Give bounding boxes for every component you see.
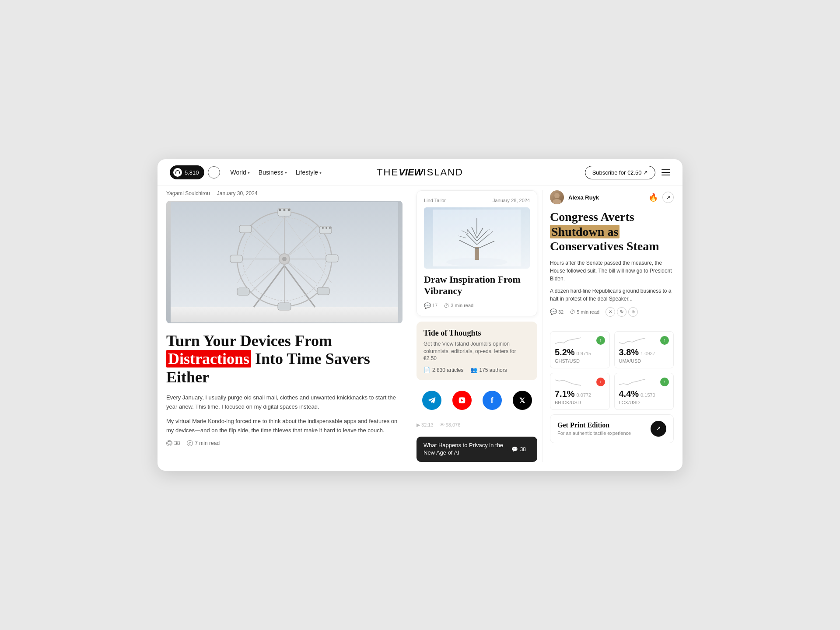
comment-icon: 💬 xyxy=(550,308,557,315)
clock-icon: ⏱ xyxy=(187,440,193,446)
document-icon: 📄 xyxy=(424,367,430,373)
crypto-pair-uma: UMA/USD xyxy=(619,358,669,364)
reaction-share-icon[interactable]: ↻ xyxy=(617,307,626,317)
card-article: Lind Tailor January 28, 2024 xyxy=(416,190,537,316)
svg-point-19 xyxy=(288,209,290,211)
right-readtime-stat: ⏱ 5 min read xyxy=(570,308,599,315)
article-meta: Yagami Souichirou January 30, 2024 xyxy=(166,190,402,196)
tides-authors-count: 175 authors xyxy=(479,367,507,373)
tides-desc: Get the View Island Journal's opinion co… xyxy=(424,340,530,362)
nav-lifestyle-label: Lifestyle xyxy=(296,169,318,176)
hamburger-line xyxy=(662,169,670,170)
clock-icon: ⏱ xyxy=(570,308,575,315)
svg-rect-29 xyxy=(239,225,252,233)
up-arrow-icon: ↑ xyxy=(660,378,669,386)
main-article: Yagami Souichirou January 30, 2024 xyxy=(166,190,411,462)
telegram-icon[interactable] xyxy=(422,391,441,410)
share-icon[interactable]: ↗ xyxy=(662,192,674,203)
comment-badge: 💬 38 xyxy=(507,444,530,454)
comment-stat: 💬 38 xyxy=(166,440,180,446)
crypto-pair-brick: BRICK/USD xyxy=(555,400,605,405)
nav-lifestyle[interactable]: Lifestyle ▾ xyxy=(296,169,322,176)
crypto-card-uma[interactable]: ↑ 3.8% 1.0937 UMA/USD xyxy=(614,331,674,368)
nav-world-label: World xyxy=(231,169,246,176)
crypto-sub-ghst: 0.9715 xyxy=(577,351,592,356)
nav-business[interactable]: Business ▾ xyxy=(259,169,287,176)
video-views: 👁 98,076 xyxy=(440,422,461,428)
x-twitter-icon[interactable]: 𝕏 xyxy=(513,391,532,410)
article-author: Yagami Souichirou xyxy=(166,190,210,196)
ferris-wheel-svg xyxy=(171,202,398,322)
hero-image xyxy=(166,201,402,323)
print-title: Get Print Edition xyxy=(557,421,631,429)
crypto-pct-brick: 7.1% xyxy=(555,389,575,399)
article-title-highlight: Distractions xyxy=(166,350,251,368)
crypto-card-lcx[interactable]: ↑ 4.4% 0.1570 LCX/USD xyxy=(614,373,674,410)
reaction-icons: ✕ ↻ ⊕ xyxy=(606,307,638,317)
youtube-icon[interactable] xyxy=(452,391,472,410)
read-time-stat: ⏱ 7 min read xyxy=(187,440,220,446)
svg-point-18 xyxy=(284,209,286,211)
card-readtime: 3 min read xyxy=(451,303,473,308)
chevron-down-icon: ▾ xyxy=(319,170,322,175)
article-title-part1: Turn Your Devices From xyxy=(166,332,332,350)
play-button[interactable]: ▶ xyxy=(208,166,220,178)
svg-rect-24 xyxy=(326,255,338,262)
right-author-name: Alexa Ruyk xyxy=(568,194,644,201)
card-author: Lind Tailor xyxy=(424,198,446,203)
card-footer: 💬 17 ⏱ 3 min read xyxy=(424,302,530,309)
tides-card: Tide of Thoughts Get the View Island Jou… xyxy=(416,322,537,380)
author-avatar xyxy=(550,190,564,204)
reaction-add-icon[interactable]: ⊕ xyxy=(628,307,638,317)
bottom-bar-right: 💬 38 xyxy=(507,444,530,454)
sparkline-lcx xyxy=(619,378,645,387)
subscribe-label: Subscribe for €2.50 ↗ xyxy=(592,169,648,176)
sparkline-brick xyxy=(555,378,581,387)
video-duration: ▶ 32:13 xyxy=(416,422,434,428)
subscribe-button[interactable]: Subscribe for €2.50 ↗ xyxy=(585,166,655,179)
reaction-x-icon[interactable]: ✕ xyxy=(606,307,615,317)
sparkline-ghst xyxy=(555,336,581,346)
facebook-icon[interactable]: f xyxy=(483,391,502,410)
svg-point-47 xyxy=(554,193,560,198)
svg-point-22 xyxy=(326,227,327,229)
card-date: January 28, 2024 xyxy=(493,198,530,203)
header-left: 5,810 ▶ xyxy=(170,165,220,179)
article-footer: 💬 38 ⏱ 7 min read xyxy=(166,440,402,446)
print-link-button[interactable]: ↗ xyxy=(651,421,666,437)
right-title-highlight: Shutdown as xyxy=(550,225,620,238)
comment-icon: 💬 xyxy=(166,440,172,446)
right-comment-stat: 💬 32 xyxy=(550,308,564,315)
crypto-sub-lcx: 0.1570 xyxy=(640,392,655,398)
nav-world[interactable]: World ▾ xyxy=(231,169,250,176)
hamburger-menu[interactable] xyxy=(662,169,670,175)
chevron-down-icon: ▾ xyxy=(285,170,287,175)
trending-fire-icon: 🔥 xyxy=(648,192,658,202)
right-body-1: Hours after the Senate passed the measur… xyxy=(550,259,674,283)
crypto-card-brick[interactable]: ↓ 7.1% 0.0772 BRICK/USD xyxy=(550,373,610,410)
mid-column: Lind Tailor January 28, 2024 xyxy=(411,190,542,462)
nav-business-label: Business xyxy=(259,169,284,176)
crypto-pct-ghst: 5.2% xyxy=(555,347,575,357)
crypto-card-ghst[interactable]: ↑ 5.2% 0.9715 GHST/USD xyxy=(550,331,610,368)
article-body-2: My virtual Marie Kondo-ing forced me to … xyxy=(166,417,402,435)
card-title: Draw Inspiration From Vibrancy xyxy=(424,274,530,297)
right-comments: 32 xyxy=(558,309,564,315)
podcast-badge[interactable]: 5,810 xyxy=(170,165,204,179)
sparkline-uma xyxy=(619,336,645,346)
right-body-2: A dozen hard-line Republicans ground bus… xyxy=(550,287,674,303)
print-subtitle: For an authentic tactile experience xyxy=(557,430,631,436)
chevron-down-icon: ▾ xyxy=(248,170,250,175)
print-edition-card[interactable]: Get Print Edition For an authentic tacti… xyxy=(550,414,674,443)
up-arrow-icon: ↑ xyxy=(660,336,669,345)
right-readtime: 5 min read xyxy=(577,309,599,315)
crypto-pct-uma: 3.8% xyxy=(619,347,639,357)
svg-point-21 xyxy=(322,227,324,229)
crypto-sub-brick: 0.0772 xyxy=(577,392,592,398)
right-title-part1: Congress Averts xyxy=(550,210,634,224)
article-body-1: Every January, I usually purge old snail… xyxy=(166,393,402,412)
tides-stats: 📄 2,830 articles 👥 175 authors xyxy=(424,367,530,373)
right-column: Alexa Ruyk 🔥 ↗ Congress Averts Shutdown … xyxy=(542,190,674,462)
bottom-bar[interactable]: What Happens to Privacy in the New Age o… xyxy=(416,437,537,462)
crypto-pair-lcx: LCX/USD xyxy=(619,400,669,405)
